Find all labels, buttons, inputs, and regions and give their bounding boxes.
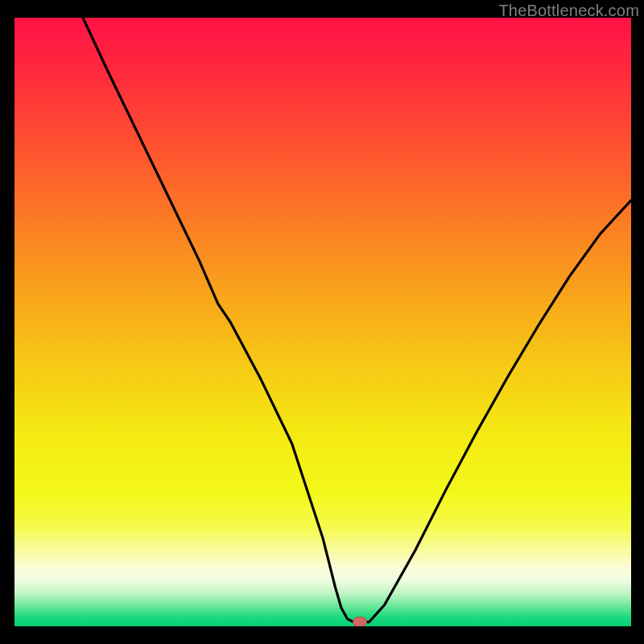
plot-area	[14, 18, 631, 626]
minimum-marker	[353, 617, 367, 626]
plot-svg	[14, 18, 631, 626]
chart-stage: TheBottleneck.com	[0, 0, 644, 644]
